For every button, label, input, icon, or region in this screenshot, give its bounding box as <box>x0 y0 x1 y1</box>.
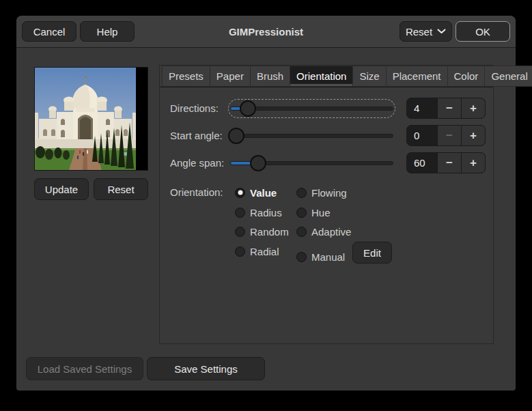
slider-handle[interactable] <box>228 128 244 144</box>
orientation-label: Orientation: <box>170 186 223 199</box>
start-angle-spinbox: 0 − + <box>406 125 486 146</box>
load-saved-settings-button[interactable]: Load Saved Settings <box>26 357 143 380</box>
radio-icon <box>235 188 245 198</box>
minus-button[interactable]: − <box>437 126 461 145</box>
angle-span-slider[interactable] <box>228 154 395 173</box>
radio-label: Adaptive <box>311 226 351 238</box>
radio-label: Radial <box>250 246 279 257</box>
start-angle-entry[interactable]: 0 <box>407 126 437 145</box>
help-button[interactable]: Help <box>80 21 135 42</box>
dialog-header: Cancel Help GIMPressionist Reset OK <box>16 16 516 48</box>
tab-color[interactable]: Color <box>448 66 486 87</box>
directions-entry[interactable]: 4 <box>407 98 437 118</box>
taj-mahal-image <box>35 68 136 170</box>
tab-presets[interactable]: Presets <box>162 66 210 87</box>
chevron-down-icon <box>437 29 446 34</box>
radio-icon <box>235 227 245 237</box>
directions-slider[interactable] <box>228 99 395 118</box>
tab-paper[interactable]: Paper <box>210 66 251 87</box>
radio-icon <box>296 252 307 262</box>
radio-random[interactable]: Random <box>235 225 289 238</box>
radio-label: Random <box>250 226 289 238</box>
angle-span-entry[interactable]: 60 <box>407 153 437 173</box>
radio-flowing[interactable]: Flowing <box>296 186 347 199</box>
angle-span-label: Angle span: <box>170 156 224 170</box>
ok-button[interactable]: OK <box>456 21 510 42</box>
directions-label: Directions: <box>170 102 219 115</box>
reset-menu-button[interactable]: Reset <box>400 21 452 42</box>
radio-value[interactable]: Value <box>235 186 277 199</box>
reset-menu-label: Reset <box>406 26 432 38</box>
slider-trough[interactable] <box>230 134 393 138</box>
plus-button[interactable]: + <box>461 98 485 118</box>
preview-image <box>34 67 148 171</box>
cancel-button[interactable]: Cancel <box>22 21 76 42</box>
angle-span-spinbox: 60 − + <box>406 152 486 173</box>
radio-label: Manual <box>311 251 345 263</box>
tab-size[interactable]: Size <box>353 66 386 87</box>
dialog-title: GIMPressionist <box>153 16 379 48</box>
tab-general[interactable]: General <box>485 66 532 87</box>
radio-icon <box>296 188 307 198</box>
radio-icon <box>296 227 307 237</box>
minus-button[interactable]: − <box>437 153 461 173</box>
radio-label: Radius <box>250 207 282 218</box>
tab-bar: Presets Paper Brush Orientation Size Pla… <box>160 66 493 87</box>
radio-manual[interactable]: Manual <box>296 250 345 264</box>
edit-button[interactable]: Edit <box>352 242 392 264</box>
slider-handle[interactable] <box>250 155 266 171</box>
tab-placement[interactable]: Placement <box>387 66 448 87</box>
tab-orientation[interactable]: Orientation <box>290 66 353 87</box>
radio-label: Hue <box>311 207 331 218</box>
plus-button[interactable]: + <box>461 153 485 173</box>
radio-icon <box>235 246 245 257</box>
radio-radial[interactable]: Radial <box>235 244 279 258</box>
start-angle-label: Start angle: <box>170 129 223 143</box>
radio-radius[interactable]: Radius <box>235 206 282 219</box>
directions-spinbox: 4 − + <box>406 98 486 119</box>
minus-button[interactable]: − <box>437 98 461 118</box>
gimpressionist-dialog: Cancel Help GIMPressionist Reset OK <box>16 16 516 391</box>
preview-reset-button[interactable]: Reset <box>94 178 148 200</box>
slider-handle[interactable] <box>240 100 256 117</box>
update-button[interactable]: Update <box>34 178 89 200</box>
save-settings-button[interactable]: Save Settings <box>147 357 265 380</box>
plus-button[interactable]: + <box>461 126 485 145</box>
radio-hue[interactable]: Hue <box>296 206 331 219</box>
tab-brush[interactable]: Brush <box>251 66 290 87</box>
radio-label: Value <box>250 187 277 199</box>
start-angle-slider[interactable] <box>228 126 395 145</box>
radio-adaptive[interactable]: Adaptive <box>296 225 351 238</box>
radio-icon <box>235 208 245 218</box>
radio-icon <box>296 208 307 218</box>
radio-label: Flowing <box>311 187 347 199</box>
settings-notebook: Presets Paper Brush Orientation Size Pla… <box>159 65 494 344</box>
